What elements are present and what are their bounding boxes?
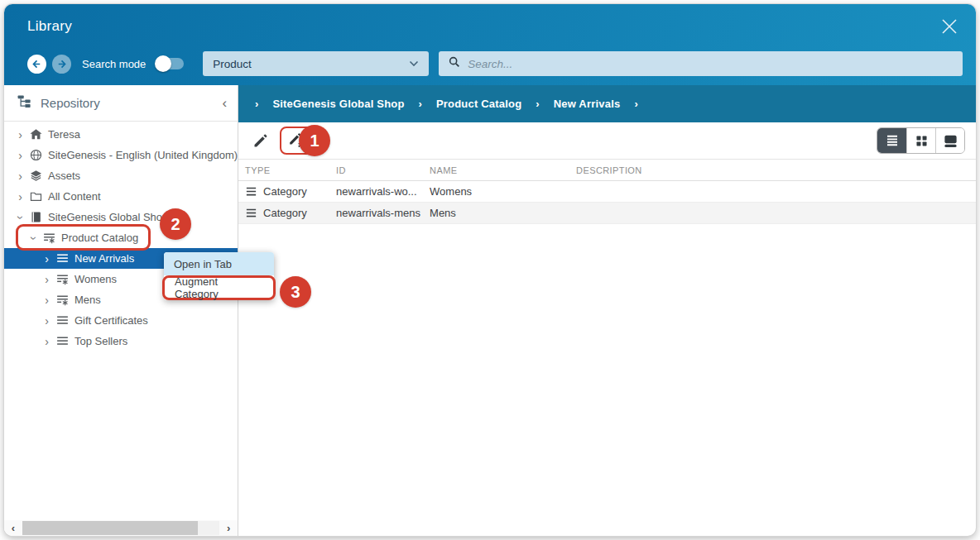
- tree-item-label: Womens: [74, 273, 117, 285]
- assets-icon: [29, 169, 43, 183]
- close-icon[interactable]: [938, 15, 961, 38]
- chevron-right-icon[interactable]: ›: [14, 150, 26, 161]
- breadcrumb: › SiteGenesis Global Shop › Product Cata…: [238, 85, 976, 122]
- breadcrumb-chevron-icon: ›: [255, 98, 258, 110]
- book-icon: [29, 210, 43, 224]
- catalog-star-icon: [55, 293, 70, 307]
- scrollbar-thumb[interactable]: [22, 521, 198, 535]
- breadcrumb-chevron-icon: ›: [536, 98, 539, 110]
- search-icon: [448, 55, 461, 72]
- breadcrumb-chevron-icon: ›: [634, 98, 637, 110]
- card-view-icon[interactable]: [935, 128, 964, 153]
- chevron-down-icon: [409, 59, 419, 69]
- tree-item-teresa[interactable]: › Teresa: [4, 124, 238, 145]
- chevron-right-icon[interactable]: ›: [41, 294, 53, 306]
- menu-item-augment-category[interactable]: Augment Category: [162, 275, 276, 300]
- breadcrumb-item[interactable]: Product Catalog: [436, 98, 521, 110]
- forward-button[interactable]: [52, 55, 71, 74]
- column-header-name[interactable]: NAME: [430, 165, 576, 175]
- tree-item-label: New Arrivals: [74, 252, 134, 265]
- tree-item-label: Mens: [74, 294, 101, 306]
- tree-item-gift-certificates[interactable]: › Gift Certificates: [4, 310, 238, 331]
- folder-icon: [29, 189, 43, 203]
- id-cell: newarrivals-wo...: [336, 185, 430, 198]
- tree-item-label: SiteGenesis Global Shop: [48, 211, 168, 223]
- content-type-value: Product: [213, 58, 252, 70]
- scrollbar-track[interactable]: [22, 521, 219, 535]
- toggle-knob: [155, 55, 171, 72]
- chevron-right-icon[interactable]: ›: [14, 129, 26, 141]
- context-menu: Open in Tab Augment Category: [164, 252, 274, 300]
- column-header-type[interactable]: TYPE: [245, 165, 336, 175]
- sidebar-header: Repository ‹: [4, 85, 238, 122]
- view-mode-switcher: [877, 127, 965, 154]
- annotation-badge-3: 3: [280, 276, 311, 308]
- cell-value: Category: [263, 185, 307, 198]
- type-cell: Category: [245, 185, 336, 198]
- search-input[interactable]: Search...: [439, 51, 963, 76]
- name-cell: Mens: [430, 207, 576, 219]
- tree-item-label: Teresa: [48, 128, 80, 141]
- chevron-right-icon[interactable]: ›: [14, 191, 26, 203]
- column-header-id[interactable]: ID: [336, 165, 430, 175]
- back-button[interactable]: [27, 55, 46, 74]
- type-cell: Category: [245, 207, 336, 219]
- column-header-description[interactable]: DESCRIPTION: [576, 165, 976, 175]
- content-panel: › SiteGenesis Global Shop › Product Cata…: [238, 85, 976, 536]
- category-icon: [55, 313, 70, 327]
- content-table: TYPE ID NAME DESCRIPTION Category newarr…: [238, 160, 976, 224]
- chevron-right-icon[interactable]: ›: [41, 336, 53, 347]
- category-icon: [55, 334, 70, 348]
- breadcrumb-item[interactable]: New Arrivals: [554, 98, 621, 110]
- tree-item-assets[interactable]: › Assets: [4, 165, 238, 186]
- home-icon: [29, 127, 43, 141]
- cell-value: Category: [263, 207, 307, 219]
- chevron-right-icon[interactable]: ›: [41, 315, 53, 327]
- tree-item-product-catalog[interactable]: › Product Catalog: [4, 227, 238, 248]
- header-controls: Search mode Product Search...: [27, 51, 963, 76]
- breadcrumb-item[interactable]: SiteGenesis Global Shop: [272, 98, 404, 110]
- chevron-right-icon[interactable]: ›: [14, 170, 26, 182]
- chevron-right-icon[interactable]: ›: [41, 274, 53, 285]
- window-header: Library Search mode Product: [4, 4, 976, 85]
- window-title: Library: [27, 18, 963, 35]
- horizontal-scrollbar[interactable]: ‹ ›: [4, 520, 238, 536]
- dialog-body: Repository ‹ › Teresa › SiteGenesis -: [4, 85, 976, 536]
- collapse-panel-icon[interactable]: ‹: [222, 96, 227, 110]
- catalog-star-icon: [42, 231, 56, 245]
- edit-button[interactable]: [247, 127, 274, 154]
- annotation-badge-2: 2: [160, 208, 191, 240]
- menu-item-open-in-tab[interactable]: Open in Tab: [164, 252, 274, 275]
- scroll-right-icon[interactable]: ›: [219, 520, 238, 536]
- list-view-icon[interactable]: [877, 128, 906, 153]
- search-placeholder: Search...: [468, 58, 512, 70]
- chevron-down-icon[interactable]: ›: [28, 232, 40, 244]
- scroll-left-icon[interactable]: ‹: [4, 520, 22, 536]
- table-row[interactable]: Category newarrivals-wo... Womens: [238, 181, 976, 203]
- repository-tree-icon: [17, 93, 32, 112]
- tree-item-sitegenesis-english[interactable]: › SiteGenesis - English (United Kingdom): [4, 145, 238, 165]
- globe-icon: [29, 148, 43, 162]
- tree-item-all-content[interactable]: › All Content: [4, 186, 238, 207]
- name-cell: Womens: [430, 185, 576, 198]
- search-mode-toggle[interactable]: [156, 58, 184, 69]
- chevron-down-icon[interactable]: ›: [15, 211, 26, 223]
- sidebar-title: Repository: [41, 96, 222, 110]
- tree-item-top-sellers[interactable]: › Top Sellers: [4, 331, 238, 351]
- tree-item-label: All Content: [48, 190, 101, 203]
- grid-view-icon[interactable]: [906, 128, 935, 153]
- library-dialog: Library Search mode Product: [4, 4, 976, 536]
- tree-item-label: SiteGenesis - English (United Kingdom): [48, 149, 238, 161]
- annotation-badge-1: 1: [299, 125, 330, 156]
- table-row[interactable]: Category newarrivals-mens Mens: [238, 203, 976, 224]
- repository-sidebar: Repository ‹ › Teresa › SiteGenesis -: [4, 85, 238, 536]
- tree-item-label: Top Sellers: [74, 335, 127, 347]
- tree-item-sitegenesis-global-shop[interactable]: › SiteGenesis Global Shop: [4, 207, 238, 227]
- tree-item-label: Product Catalog: [61, 232, 138, 244]
- catalog-star-icon: [55, 272, 70, 286]
- content-type-select[interactable]: Product: [203, 51, 429, 76]
- chevron-right-icon[interactable]: ›: [41, 253, 53, 265]
- table-header-row: TYPE ID NAME DESCRIPTION: [238, 160, 976, 181]
- tree-item-label: Assets: [48, 170, 80, 182]
- tree-item-label: Gift Certificates: [74, 314, 148, 327]
